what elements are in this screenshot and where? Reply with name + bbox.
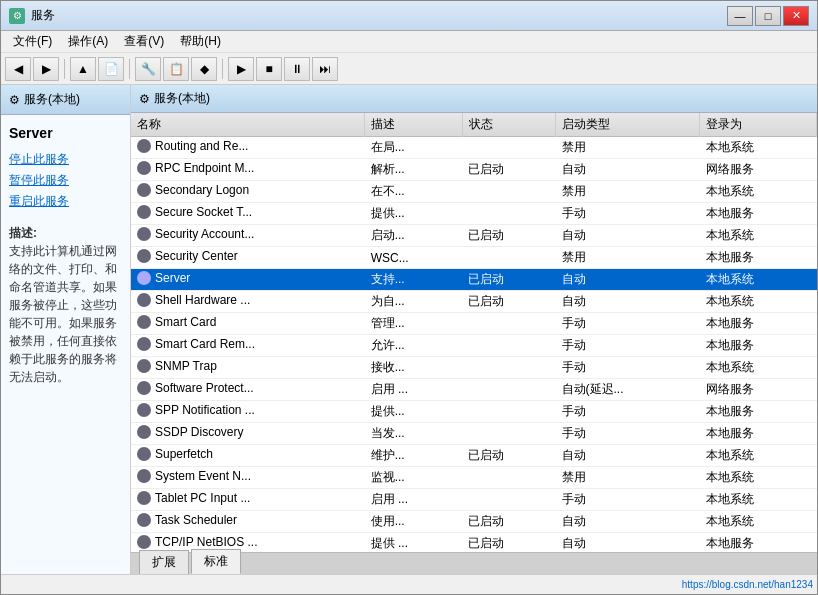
table-row[interactable]: Smart Card 管理... 手动 本地服务 [131, 313, 817, 335]
toolbar-btn-3[interactable]: 🔧 [135, 57, 161, 81]
cell-desc: 解析... [365, 159, 462, 181]
service-gear-icon [137, 227, 151, 241]
cell-name: Smart Card Rem... [131, 335, 365, 357]
cell-name: SPP Notification ... [131, 401, 365, 423]
cell-desc: 接收... [365, 357, 462, 379]
tab-extend[interactable]: 扩展 [139, 550, 189, 574]
sidebar: ⚙ 服务(本地) Server 停止此服务 暂停此服务 重启此服务 描述: 支持… [1, 85, 131, 574]
table-row[interactable]: Secondary Logon 在不... 禁用 本地系统 [131, 181, 817, 203]
service-gear-icon [137, 205, 151, 219]
menu-view[interactable]: 查看(V) [116, 31, 172, 52]
sidebar-stop-link[interactable]: 停止此服务 [9, 151, 122, 168]
table-row[interactable]: Routing and Re... 在局... 禁用 本地系统 [131, 137, 817, 159]
menu-file[interactable]: 文件(F) [5, 31, 60, 52]
service-gear-icon [137, 139, 151, 153]
title-bar: ⚙ 服务 — □ ✕ [1, 1, 817, 31]
cell-startup: 自动 [556, 269, 700, 291]
service-gear-icon [137, 447, 151, 461]
service-gear-icon [137, 513, 151, 527]
cell-login: 本地系统 [700, 467, 817, 489]
toolbar-btn-4[interactable]: 📋 [163, 57, 189, 81]
cell-name: Security Account... [131, 225, 365, 247]
cell-status [462, 357, 555, 379]
col-startup[interactable]: 启动类型 [556, 113, 700, 137]
table-row[interactable]: Software Protect... 启用 ... 自动(延迟... 网络服务 [131, 379, 817, 401]
cell-startup: 自动(延迟... [556, 379, 700, 401]
cell-desc: 启用 ... [365, 489, 462, 511]
tab-standard[interactable]: 标准 [191, 549, 241, 574]
col-login[interactable]: 登录为 [700, 113, 817, 137]
start-button[interactable]: ▶ [228, 57, 254, 81]
service-gear-icon [137, 315, 151, 329]
back-button[interactable]: ◀ [5, 57, 31, 81]
sidebar-icon: ⚙ [9, 93, 20, 107]
cell-desc: 监视... [365, 467, 462, 489]
table-header-row: 名称 描述 状态 启动类型 登录为 [131, 113, 817, 137]
cell-name: Smart Card [131, 313, 365, 335]
maximize-button[interactable]: □ [755, 6, 781, 26]
cell-name: SNMP Trap [131, 357, 365, 379]
cell-desc: 为自... [365, 291, 462, 313]
tabs-bar: 扩展 标准 [131, 552, 817, 574]
table-row[interactable]: Security Center WSC... 禁用 本地服务 [131, 247, 817, 269]
stop-button[interactable]: ■ [256, 57, 282, 81]
content-header-icon: ⚙ [139, 92, 150, 106]
cell-login: 本地系统 [700, 445, 817, 467]
table-row[interactable]: Task Scheduler 使用... 已启动 自动 本地系统 [131, 511, 817, 533]
table-row[interactable]: SPP Notification ... 提供... 手动 本地服务 [131, 401, 817, 423]
cell-login: 本地系统 [700, 181, 817, 203]
sidebar-content: Server 停止此服务 暂停此服务 重启此服务 描述: 支持此计算机通过网络的… [1, 115, 130, 574]
table-row[interactable]: Secure Socket T... 提供... 手动 本地服务 [131, 203, 817, 225]
service-gear-icon [137, 403, 151, 417]
cell-status [462, 379, 555, 401]
table-row[interactable]: System Event N... 监视... 禁用 本地系统 [131, 467, 817, 489]
table-row[interactable]: Server 支持... 已启动 自动 本地系统 [131, 269, 817, 291]
table-row[interactable]: Shell Hardware ... 为自... 已启动 自动 本地系统 [131, 291, 817, 313]
cell-desc: 提供... [365, 203, 462, 225]
cell-login: 网络服务 [700, 159, 817, 181]
cell-startup: 禁用 [556, 247, 700, 269]
close-button[interactable]: ✕ [783, 6, 809, 26]
col-name[interactable]: 名称 [131, 113, 365, 137]
cell-name: Shell Hardware ... [131, 291, 365, 313]
menu-help[interactable]: 帮助(H) [172, 31, 229, 52]
col-status[interactable]: 状态 [462, 113, 555, 137]
table-row[interactable]: Superfetch 维护... 已启动 自动 本地系统 [131, 445, 817, 467]
table-row[interactable]: RPC Endpoint M... 解析... 已启动 自动 网络服务 [131, 159, 817, 181]
cell-login: 本地系统 [700, 137, 817, 159]
show-hide-button[interactable]: 📄 [98, 57, 124, 81]
toolbar-separator-1 [64, 59, 65, 79]
services-list: 名称 描述 状态 启动类型 登录为 Routing and Re... 在局..… [131, 113, 817, 552]
cell-login: 本地系统 [700, 225, 817, 247]
forward-button[interactable]: ▶ [33, 57, 59, 81]
table-row[interactable]: Security Account... 启动... 已启动 自动 本地系统 [131, 225, 817, 247]
services-table[interactable]: 名称 描述 状态 启动类型 登录为 Routing and Re... 在局..… [131, 113, 817, 552]
table-row[interactable]: SNMP Trap 接收... 手动 本地系统 [131, 357, 817, 379]
sidebar-restart-link[interactable]: 重启此服务 [9, 193, 122, 210]
sidebar-service-title: Server [9, 125, 122, 141]
cell-status: 已启动 [462, 533, 555, 553]
service-gear-icon [137, 359, 151, 373]
col-desc[interactable]: 描述 [365, 113, 462, 137]
cell-status: 已启动 [462, 511, 555, 533]
toolbar-btn-5[interactable]: ◆ [191, 57, 217, 81]
menu-action[interactable]: 操作(A) [60, 31, 116, 52]
resume-button[interactable]: ⏭ [312, 57, 338, 81]
cell-desc: 维护... [365, 445, 462, 467]
table-row[interactable]: Tablet PC Input ... 启用 ... 手动 本地系统 [131, 489, 817, 511]
cell-desc: 在不... [365, 181, 462, 203]
table-row[interactable]: Smart Card Rem... 允许... 手动 本地服务 [131, 335, 817, 357]
window-title: 服务 [31, 7, 727, 24]
up-button[interactable]: ▲ [70, 57, 96, 81]
window-controls: — □ ✕ [727, 6, 809, 26]
table-row[interactable]: SSDP Discovery 当发... 手动 本地服务 [131, 423, 817, 445]
cell-name: Software Protect... [131, 379, 365, 401]
cell-name: System Event N... [131, 467, 365, 489]
cell-desc: 当发... [365, 423, 462, 445]
pause-button[interactable]: ⏸ [284, 57, 310, 81]
cell-name: RPC Endpoint M... [131, 159, 365, 181]
service-gear-icon [137, 293, 151, 307]
sidebar-pause-link[interactable]: 暂停此服务 [9, 172, 122, 189]
minimize-button[interactable]: — [727, 6, 753, 26]
cell-status [462, 247, 555, 269]
